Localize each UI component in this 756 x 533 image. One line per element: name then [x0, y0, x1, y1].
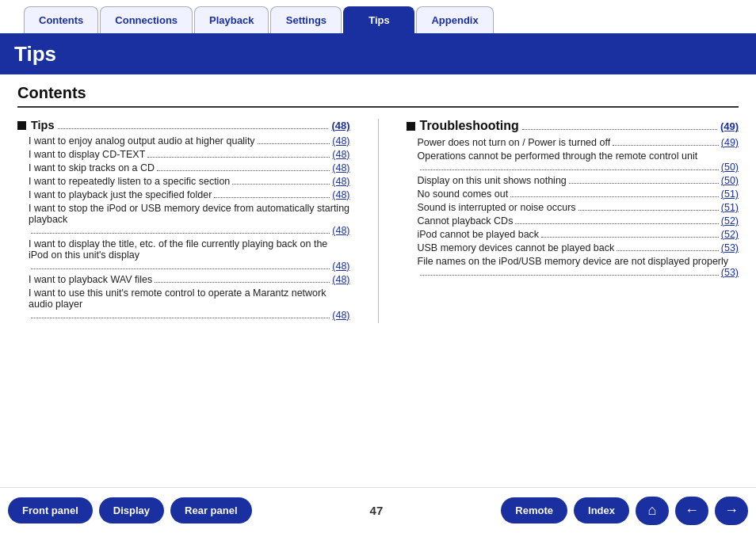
main-content: Contents Tips (48) I want to enjoy analo… [0, 74, 756, 386]
list-item: I want to display CD-TEXT (48) [17, 149, 350, 160]
troubleshooting-dots [522, 129, 717, 130]
troubleshooting-bullet [407, 122, 415, 131]
two-column-layout: Tips (48) I want to enjoy analog output … [17, 119, 739, 323]
tab-tips[interactable]: Tips [343, 6, 414, 33]
tips-bullet [17, 121, 26, 130]
tab-connections[interactable]: Connections [100, 6, 193, 33]
bottom-nav-right: Remote Index ⌂ ← → [501, 497, 748, 525]
front-panel-button[interactable]: Front panel [8, 497, 93, 523]
page-banner: Tips [0, 36, 756, 74]
forward-icon: → [724, 502, 739, 519]
troubleshooting-column: Troubleshooting (49) Power does not turn… [407, 119, 739, 323]
bottom-nav-left: Front panel Display Rear panel [8, 497, 252, 523]
index-button[interactable]: Index [574, 497, 629, 523]
tab-appendix[interactable]: Appendix [416, 6, 493, 33]
display-button[interactable]: Display [99, 497, 164, 523]
list-item: Operations cannot be performed through t… [407, 150, 739, 173]
list-item: I want to use this unit's remote control… [17, 287, 350, 321]
bottom-nav: Front panel Display Rear panel 47 Remote… [0, 487, 756, 533]
tips-dots [58, 128, 329, 129]
list-item: Sound is interrupted or noise occurs (51… [407, 202, 739, 213]
tab-settings[interactable]: Settings [270, 6, 342, 33]
back-button[interactable]: ← [675, 497, 708, 525]
rear-panel-button[interactable]: Rear panel [170, 497, 251, 523]
contents-heading: Contents [17, 84, 739, 108]
page-number: 47 [365, 504, 388, 517]
list-item: Cannot playback CDs (52) [407, 215, 739, 227]
list-item: iPod cannot be played back (52) [407, 229, 739, 240]
home-icon: ⌂ [648, 502, 657, 519]
list-item: Power does not turn on / Power is turned… [407, 137, 739, 148]
list-item: I want to repeatedly listen to a specifi… [17, 176, 350, 187]
troubleshooting-heading: Troubleshooting (49) [407, 119, 739, 133]
forward-button[interactable]: → [715, 497, 748, 525]
back-icon: ← [685, 502, 699, 519]
list-item: I want to stop the iPod or USB memory de… [17, 203, 350, 236]
tab-playback[interactable]: Playback [194, 6, 269, 33]
list-item: I want to playback WAV files (48) [17, 274, 350, 285]
list-item: I want to enjoy analog output audio at h… [17, 135, 350, 147]
column-divider [378, 119, 379, 323]
tab-contents[interactable]: Contents [24, 6, 98, 33]
tips-column: Tips (48) I want to enjoy analog output … [17, 119, 350, 323]
tabs-bar: Contents Connections Playback Settings T… [0, 0, 756, 36]
list-item: No sound comes out (51) [407, 188, 739, 200]
list-item: Display on this unit shows nothing (50) [407, 175, 739, 186]
list-item: USB memory devices cannot be played back… [407, 242, 739, 253]
list-item: I want to playback just the specified fo… [17, 189, 350, 200]
list-item: I want to skip tracks on a CD (48) [17, 162, 350, 173]
list-item: I want to display the title, etc. of the… [17, 238, 350, 272]
tips-heading: Tips (48) [17, 119, 350, 131]
home-button[interactable]: ⌂ [636, 497, 669, 525]
list-item: File names on the iPod/USB memory device… [407, 256, 739, 278]
remote-button[interactable]: Remote [501, 497, 567, 523]
